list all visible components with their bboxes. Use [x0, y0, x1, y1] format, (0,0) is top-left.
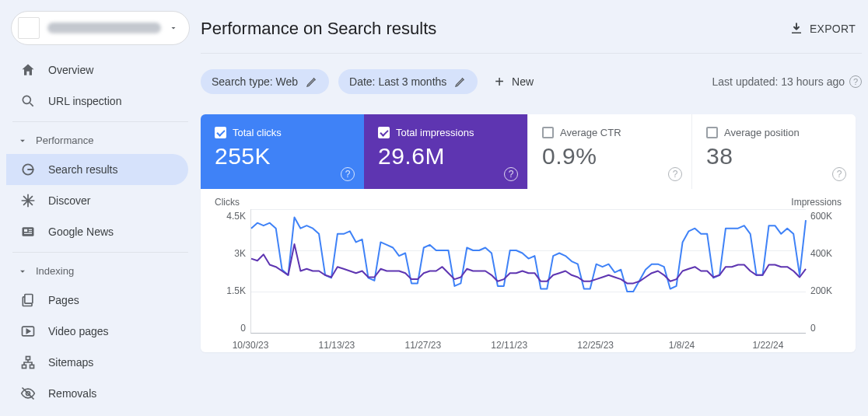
sidebar-item-url-inspection[interactable]: URL inspection: [6, 86, 188, 117]
metric-label: Average position: [724, 127, 800, 138]
sidebar-group-performance[interactable]: Performance: [6, 127, 194, 154]
sidebar-item-label: Google News: [48, 225, 114, 238]
y-axis-left: 4.5K 3K 1.5K 0: [215, 209, 250, 334]
video-icon: [20, 323, 36, 339]
svg-rect-2: [23, 227, 34, 236]
y-tick: 400K: [810, 248, 832, 259]
sidebar-item-label: Discover: [48, 194, 90, 207]
checkbox-checked-icon: [215, 127, 226, 138]
x-tick: 12/25/23: [577, 340, 614, 351]
pencil-icon: [306, 75, 318, 88]
metric-value: 255K: [215, 143, 350, 170]
sidebar-group-label: Indexing: [36, 265, 74, 277]
filter-label: Date: Last 3 months: [349, 75, 446, 88]
last-updated-text: Last updated: 13 hours ago ?: [712, 75, 862, 88]
svg-rect-5: [29, 231, 32, 232]
pencil-icon: [454, 75, 467, 88]
property-thumbnail: [18, 17, 40, 39]
metric-card-position[interactable]: Average position 38 ?: [691, 114, 856, 189]
sitemap-icon: [20, 355, 36, 370]
divider: [12, 121, 188, 122]
performance-chart: Clicks Impressions 4.5K 3K 1.5K 0: [201, 189, 856, 352]
checkbox-checked-icon: [378, 127, 390, 138]
sidebar-item-label: Video pages: [48, 325, 109, 337]
chevron-down-icon: [17, 135, 28, 146]
y-tick: 3K: [234, 248, 246, 259]
property-selector[interactable]: [11, 11, 190, 45]
eye-off-icon: [20, 386, 36, 401]
asterisk-icon: [20, 193, 36, 208]
filter-bar: Search type: Web Date: Last 3 months + N…: [201, 54, 862, 105]
x-tick: 10/30/23: [233, 340, 269, 351]
metric-card-impressions[interactable]: Total impressions 29.6M ?: [364, 114, 527, 189]
chart-plot-area[interactable]: [250, 209, 806, 334]
help-icon[interactable]: ?: [849, 75, 862, 88]
y-tick: 0: [240, 323, 246, 334]
sidebar-item-label: Removals: [48, 387, 96, 400]
download-icon: [789, 22, 803, 36]
filter-date[interactable]: Date: Last 3 months: [338, 69, 478, 94]
page-title: Performance on Search results: [201, 19, 436, 39]
sidebar-item-google-news[interactable]: Google News: [6, 216, 188, 247]
metric-label: Total impressions: [396, 127, 474, 138]
svg-rect-3: [24, 229, 27, 232]
divider: [12, 252, 188, 253]
add-filter-button[interactable]: + New: [487, 68, 541, 96]
sidebar-item-video-pages[interactable]: Video pages: [6, 316, 188, 347]
metric-value: 29.6M: [378, 143, 513, 170]
svg-rect-10: [23, 365, 26, 368]
news-icon: [20, 224, 36, 239]
sidebar-item-removals[interactable]: Removals: [6, 378, 188, 409]
pages-icon: [20, 292, 36, 308]
page-header: Performance on Search results EXPORT: [201, 11, 862, 54]
svg-rect-11: [30, 365, 34, 368]
plus-icon: +: [495, 74, 504, 89]
metric-card-clicks[interactable]: Total clicks 255K ?: [201, 114, 364, 189]
y-tick: 4.5K: [226, 211, 246, 222]
checkbox-unchecked-icon: [706, 127, 718, 138]
metric-value: 0.9%: [542, 143, 677, 170]
filter-search-type[interactable]: Search type: Web: [201, 69, 329, 94]
help-icon[interactable]: ?: [341, 167, 355, 181]
sidebar: Overview URL inspection Performance Sear…: [0, 0, 201, 416]
home-icon: [20, 62, 36, 78]
x-tick: 1/8/24: [669, 340, 695, 351]
sidebar-item-search-results[interactable]: Search results: [6, 154, 188, 185]
sidebar-item-label: Sitemaps: [48, 356, 93, 369]
metric-label: Average CTR: [560, 127, 621, 138]
svg-rect-7: [25, 295, 33, 304]
chevron-down-icon: [17, 266, 28, 277]
sidebar-item-sitemaps[interactable]: Sitemaps: [6, 347, 188, 378]
metric-label: Total clicks: [233, 127, 282, 138]
svg-rect-4: [29, 229, 32, 230]
property-name-redacted: [47, 23, 161, 33]
chevron-down-icon: [169, 23, 178, 33]
help-icon[interactable]: ?: [832, 167, 846, 181]
x-axis: 10/30/2311/13/2311/27/2312/11/2312/25/23…: [215, 334, 842, 352]
metric-card-ctr[interactable]: Average CTR 0.9% ?: [527, 114, 691, 189]
sidebar-item-overview[interactable]: Overview: [6, 54, 188, 86]
sidebar-group-label: Performance: [36, 135, 93, 146]
y-tick: 600K: [810, 211, 832, 222]
x-tick: 1/22/24: [752, 340, 783, 351]
help-icon[interactable]: ?: [668, 167, 682, 181]
y-axis-left-title: Clicks: [215, 197, 240, 208]
help-icon[interactable]: ?: [504, 167, 518, 181]
export-button[interactable]: EXPORT: [789, 22, 856, 36]
svg-rect-6: [24, 233, 32, 234]
y-axis-right: 600K 400K 200K 0: [806, 209, 842, 334]
sidebar-item-pages[interactable]: Pages: [6, 285, 188, 316]
sidebar-item-label: Search results: [48, 163, 117, 176]
x-tick: 11/27/23: [404, 340, 441, 351]
sidebar-item-discover[interactable]: Discover: [6, 185, 188, 216]
y-tick: 200K: [810, 285, 832, 296]
y-tick: 1.5K: [226, 285, 246, 296]
sidebar-item-label: URL inspection: [48, 95, 121, 107]
metrics-and-chart-card: Total clicks 255K ? Total impressions 29…: [201, 114, 856, 352]
y-tick: 0: [810, 323, 816, 334]
sidebar-item-label: Overview: [48, 64, 93, 76]
sidebar-group-indexing[interactable]: Indexing: [6, 257, 194, 285]
x-tick: 12/11/23: [491, 340, 527, 351]
svg-point-0: [23, 96, 30, 103]
metric-value: 38: [706, 143, 842, 170]
